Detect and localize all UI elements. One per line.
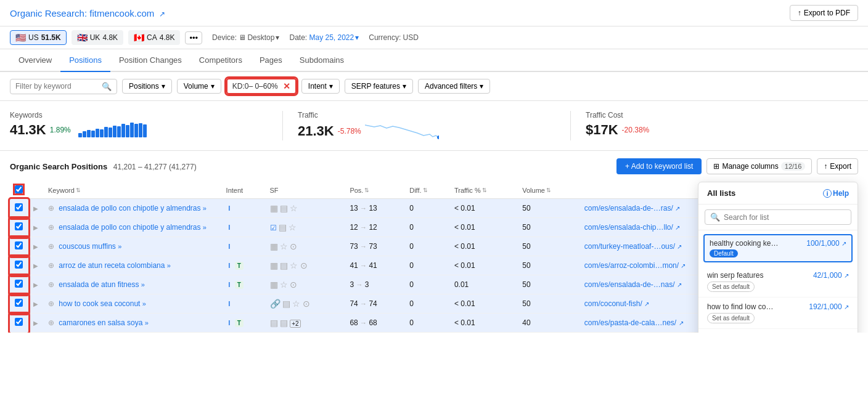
keyword-link[interactable]: ensalada de pollo con chipotle y almendr… bbox=[59, 223, 200, 232]
set-default-button[interactable]: Set as default bbox=[707, 313, 755, 323]
row-checkbox[interactable] bbox=[15, 299, 23, 307]
keyword-link[interactable]: arroz de atun receta colombiana bbox=[59, 261, 165, 270]
region-ca[interactable]: 🇨🇦 CA 4.8K bbox=[128, 30, 180, 45]
external-link-icon[interactable]: ↗ bbox=[681, 262, 686, 269]
select-all-checkbox[interactable] bbox=[15, 185, 23, 193]
row-checkbox[interactable] bbox=[15, 261, 23, 269]
manage-columns-button[interactable]: ⊞ Manage columns 12/16 bbox=[706, 158, 812, 174]
tab-position-changes[interactable]: Position Changes bbox=[110, 49, 190, 72]
add-icon[interactable]: ⊕ bbox=[48, 223, 54, 232]
add-icon[interactable]: ⊕ bbox=[48, 204, 54, 213]
list-item[interactable]: instant answers for b… 0/1,000 ↗ Set as … bbox=[698, 329, 858, 333]
sf-icon: ▤ bbox=[270, 318, 278, 328]
external-link-icon[interactable]: ↗ bbox=[844, 272, 849, 279]
row-checkbox[interactable] bbox=[15, 222, 23, 230]
url-link[interactable]: com/es/ensalada-de-…ras/ bbox=[584, 204, 673, 213]
keyword-filter-input[interactable] bbox=[15, 82, 102, 91]
expand-arrows[interactable]: » bbox=[118, 243, 121, 250]
url-link[interactable]: com/es/ensalada-chip…llo/ bbox=[584, 223, 673, 232]
expand-arrows[interactable]: » bbox=[145, 319, 149, 326]
list-search-input[interactable] bbox=[724, 213, 846, 222]
tab-overview[interactable]: Overview bbox=[10, 49, 60, 72]
add-icon[interactable]: ⊕ bbox=[48, 261, 54, 270]
date-dropdown[interactable]: May 25, 2022 ▾ bbox=[309, 33, 359, 42]
list-name: healthy cooking ke… bbox=[710, 239, 778, 248]
list-item[interactable]: win serp features 42/1,000 ↗ Set as defa… bbox=[698, 266, 858, 298]
row-checkbox[interactable] bbox=[15, 318, 23, 326]
list-item-default[interactable]: healthy cooking ke… 100/1,000 ↗ true Def… bbox=[703, 234, 853, 262]
help-icon: i bbox=[823, 189, 832, 198]
url-link[interactable]: com/turkey-meatloaf-…ous/ bbox=[584, 242, 675, 251]
keyword-link[interactable]: how to cook sea coconut bbox=[59, 299, 140, 308]
volume-filter-button[interactable]: Volume ▾ bbox=[177, 79, 221, 94]
tab-competitors[interactable]: Competitors bbox=[190, 49, 251, 72]
page-title: Organic Research: fitmencook.com ↗ bbox=[10, 8, 165, 18]
metrics-row: Keywords 41.3K 1.89% bbox=[0, 101, 868, 151]
intent-filter-button[interactable]: Intent ▾ bbox=[301, 79, 340, 94]
kd-filter-close-button[interactable]: ✕ bbox=[283, 81, 290, 91]
row-checkbox[interactable] bbox=[15, 280, 23, 288]
keyword-link[interactable]: ensalada de atun fitness bbox=[59, 280, 139, 289]
search-wrap[interactable]: 🔍 bbox=[705, 209, 851, 225]
external-link-icon[interactable]: ↗ bbox=[679, 320, 684, 326]
serp-features-filter-button[interactable]: SERP features ▾ bbox=[345, 79, 413, 94]
advanced-filters-button[interactable]: Advanced filters ▾ bbox=[418, 79, 490, 94]
add-icon[interactable]: ⊕ bbox=[48, 242, 54, 251]
list-count[interactable]: 100/1,000 ↗ bbox=[806, 239, 846, 248]
url-link[interactable]: com/es/ensalada-de-…nas/ bbox=[584, 280, 675, 289]
expand-arrows[interactable]: » bbox=[203, 224, 207, 231]
expand-arrows[interactable]: » bbox=[203, 204, 207, 212]
external-link-icon[interactable]: ↗ bbox=[675, 224, 680, 231]
more-regions-button[interactable]: ••• bbox=[185, 31, 202, 44]
metric-keywords-value: 41.3K 1.89% bbox=[10, 122, 268, 138]
row-checkbox[interactable] bbox=[15, 241, 23, 249]
sf-icon2: ▤ bbox=[280, 203, 288, 213]
sf-icon: ▦ bbox=[270, 261, 278, 270]
external-link-icon[interactable]: ↗ bbox=[677, 281, 682, 288]
pos-cell: 13 → 13 bbox=[345, 199, 404, 218]
external-link-icon[interactable]: ↗ bbox=[844, 304, 849, 310]
export-pdf-button[interactable]: ↑ Export to PDF bbox=[790, 5, 858, 21]
cost-change: -20.38% bbox=[622, 126, 650, 134]
pos-arrow: → bbox=[360, 300, 367, 307]
sf-star: ☆ bbox=[292, 299, 300, 309]
add-to-keyword-list-button[interactable]: + Add to keyword list bbox=[616, 158, 702, 174]
add-icon[interactable]: ⊕ bbox=[48, 280, 54, 289]
keyword-link[interactable]: couscous muffins bbox=[59, 242, 116, 251]
columns-icon: ⊞ bbox=[713, 162, 719, 171]
expand-arrows[interactable]: » bbox=[141, 281, 145, 288]
url-link[interactable]: com/coconut-fish/ bbox=[584, 299, 642, 308]
keyword-filter-wrap[interactable]: 🔍 bbox=[10, 79, 117, 94]
external-link-icon[interactable]: ↗ bbox=[644, 301, 649, 307]
external-link-icon[interactable]: ↗ bbox=[675, 205, 680, 212]
keyword-link[interactable]: ensalada de pollo con chipotle y almendr… bbox=[59, 204, 200, 213]
table-header-row: Organic Search Positions 41,201 – 41,277… bbox=[10, 151, 858, 182]
external-link-icon[interactable]: ↗ bbox=[159, 10, 165, 18]
positions-filter-button[interactable]: Positions ▾ bbox=[122, 79, 172, 94]
keyword-link[interactable]: camarones en salsa soya bbox=[59, 318, 142, 327]
url-link[interactable]: com/es/arroz-colombi…mon/ bbox=[584, 261, 679, 270]
tab-positions[interactable]: Positions bbox=[60, 49, 110, 72]
url-link[interactable]: com/es/pasta-de-cala…nes/ bbox=[584, 318, 676, 327]
traffic-sparkline bbox=[365, 122, 439, 140]
external-link-icon[interactable]: ↗ bbox=[677, 243, 682, 250]
export-table-button[interactable]: ↑ Export bbox=[817, 158, 858, 174]
expand-arrows[interactable]: » bbox=[142, 300, 146, 307]
keywords-change: 1.89% bbox=[50, 126, 71, 134]
list-item[interactable]: how to find low co… 192/1,000 ↗ Set as d… bbox=[698, 298, 858, 329]
dropdown-help[interactable]: i Help bbox=[823, 189, 849, 198]
sf-star: ☆ bbox=[280, 241, 288, 251]
set-default-button[interactable]: Set as default bbox=[707, 281, 755, 292]
expand-arrows[interactable]: » bbox=[167, 262, 171, 269]
tab-pages[interactable]: Pages bbox=[251, 49, 291, 72]
add-icon[interactable]: ⊕ bbox=[48, 318, 54, 327]
device-dropdown[interactable]: 🖥 Desktop ▾ bbox=[239, 33, 279, 42]
row-checkbox[interactable] bbox=[15, 203, 23, 211]
region-uk[interactable]: 🇬🇧 UK 4.8K bbox=[72, 30, 123, 45]
tab-subdomains[interactable]: Subdomains bbox=[291, 49, 353, 72]
external-link-icon[interactable]: ↗ bbox=[841, 240, 846, 247]
table-container: Keyword ⇅ Intent SF Pos. ⇅ Diff. ⇅ Traff… bbox=[10, 182, 858, 333]
row-expand[interactable]: ▶ bbox=[28, 199, 43, 218]
region-us[interactable]: 🇺🇸 US 51.5K bbox=[10, 30, 67, 45]
add-icon[interactable]: ⊕ bbox=[48, 299, 54, 308]
